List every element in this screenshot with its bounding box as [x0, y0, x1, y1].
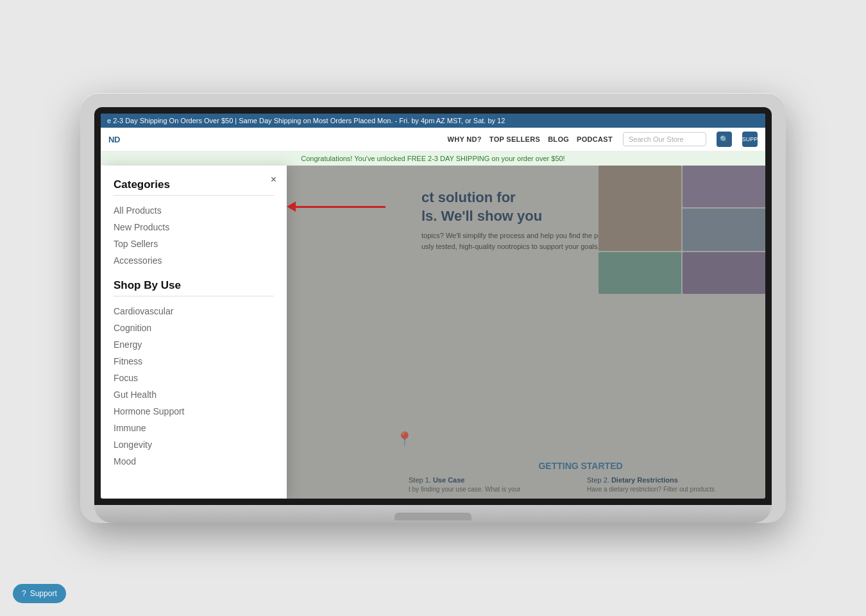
menu-item-energy[interactable]: Energy [114, 336, 274, 353]
laptop-screen: e 2-3 Day Shipping On Orders Over $50 | … [101, 114, 765, 499]
search-icon-button[interactable]: 🔍 [717, 132, 732, 147]
menu-item-top-sellers[interactable]: Top Sellers [114, 235, 274, 252]
nav-podcast[interactable]: PODCAST [577, 135, 613, 143]
menu-item-cardiovascular[interactable]: Cardiovascular [114, 303, 274, 320]
arrow-line [296, 206, 386, 208]
support-nav-icon[interactable]: SUPP [742, 132, 758, 147]
main-area: ct solution for ls. We'll show you topic… [101, 166, 765, 499]
close-button[interactable]: × [271, 175, 276, 185]
menu-item-mood[interactable]: Mood [114, 453, 274, 470]
screen-content: e 2-3 Day Shipping On Orders Over $50 | … [101, 114, 765, 499]
site-logo: ND [108, 135, 120, 144]
categories-divider [114, 195, 274, 196]
menu-item-fitness[interactable]: Fitness [114, 353, 274, 370]
laptop-frame: e 2-3 Day Shipping On Orders Over $50 | … [80, 93, 786, 523]
laptop-base [94, 505, 772, 523]
shop-by-use-divider [114, 296, 274, 296]
free-shipping-bar: Congratulations! You've unlocked FREE 2-… [101, 151, 765, 166]
announcement-bar: e 2-3 Day Shipping On Orders Over $50 | … [101, 114, 765, 128]
menu-item-cognition[interactable]: Cognition [114, 320, 274, 336]
laptop-notch [395, 513, 471, 520]
nav-bar: ND WHY ND? TOP SELLERS BLOG PODCAST Sear… [101, 128, 765, 151]
menu-item-immune[interactable]: Immune [114, 420, 274, 436]
menu-item-longevity[interactable]: Longevity [114, 436, 274, 453]
menu-item-focus[interactable]: Focus [114, 370, 274, 386]
categories-title: Categories [114, 178, 274, 191]
search-input[interactable]: Search Our Store [623, 132, 706, 146]
menu-item-accessories[interactable]: Accessories [114, 252, 274, 269]
search-placeholder: Search Our Store [629, 135, 684, 143]
menu-item-gut-health[interactable]: Gut Health [114, 386, 274, 403]
menu-item-all-products[interactable]: All Products [114, 202, 274, 219]
menu-item-new-products[interactable]: New Products [114, 219, 274, 235]
nav-top-sellers[interactable]: TOP SELLERS [489, 135, 540, 143]
menu-item-hormone-support[interactable]: Hormone Support [114, 403, 274, 420]
side-menu-drawer: × Categories All Products New Products T… [101, 166, 287, 499]
red-arrow-annotation [287, 201, 386, 212]
nav-why-nd[interactable]: WHY ND? [448, 135, 482, 143]
arrow-head [287, 201, 296, 212]
nav-links: WHY ND? TOP SELLERS BLOG PODCAST [448, 135, 613, 143]
screen-bezel: e 2-3 Day Shipping On Orders Over $50 | … [94, 107, 772, 505]
nav-blog[interactable]: BLOG [548, 135, 569, 143]
shop-by-use-title: Shop By Use [114, 279, 274, 292]
